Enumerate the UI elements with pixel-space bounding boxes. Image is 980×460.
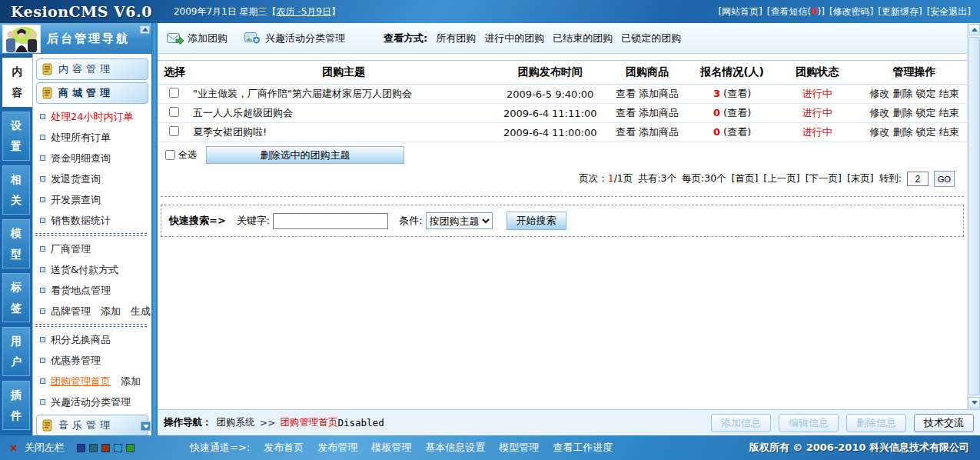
keyword-input[interactable]: [273, 213, 388, 229]
theme-color-swatch[interactable]: [126, 444, 135, 452]
view-ongoing-link[interactable]: 进行中的团购: [484, 32, 544, 45]
add-info-button[interactable]: 添加信息: [711, 414, 771, 432]
search-condition-select[interactable]: 按团购主题: [426, 212, 493, 229]
tab-related[interactable]: 相关: [2, 165, 30, 215]
op-delete-link[interactable]: 删除: [892, 126, 912, 138]
row-checkbox[interactable]: [169, 107, 179, 117]
signup-view-link[interactable]: (查看): [723, 88, 751, 99]
menu-item-points-exchange[interactable]: 积分兑换商品: [35, 329, 150, 350]
brand-generate-link[interactable]: 生成: [131, 305, 151, 318]
groupbuy-title-link[interactable]: "业主做装，厂商作陪"第六届建材家居万人团购会: [193, 88, 412, 99]
first-page-link[interactable]: [首页]: [732, 172, 759, 185]
op-edit-link[interactable]: 修改: [869, 88, 889, 99]
menu-item-interest-category[interactable]: 兴趣活动分类管理: [35, 392, 150, 412]
next-page-link[interactable]: [下一页]: [806, 172, 842, 185]
op-delete-link[interactable]: 删除: [892, 107, 912, 118]
sidebar-scroll-down-button[interactable]: [141, 422, 151, 431]
menu-item-label[interactable]: 看货地点管理: [51, 284, 111, 298]
menu-item-groupbuy-home[interactable]: 团购管理首页添加: [35, 371, 150, 392]
content-manage-button[interactable]: 内容管理: [36, 58, 148, 80]
template-manage-link[interactable]: 模板管理: [371, 441, 411, 455]
row-checkbox[interactable]: [169, 126, 179, 136]
mall-manage-button[interactable]: 商城管理: [36, 82, 148, 104]
signup-view-link[interactable]: (查看): [723, 107, 751, 118]
delete-selected-button[interactable]: 删除选中的团购主题: [206, 146, 404, 164]
model-manage-link[interactable]: 模型管理: [499, 441, 539, 455]
op-lock-link[interactable]: 锁定: [916, 107, 936, 118]
menu-item-coupon-manage[interactable]: 优惠券管理: [35, 350, 150, 371]
vertical-scrollbar[interactable]: [967, 23, 980, 409]
current-page-link[interactable]: 团购管理首页: [280, 416, 337, 429]
interest-category-manage-button[interactable]: 兴趣活动分类管理: [244, 32, 345, 45]
menu-item-label[interactable]: 团购管理首页: [51, 375, 111, 388]
music-manage-button[interactable]: 音乐管理: [36, 415, 148, 435]
lunar-date-link[interactable]: 农历 -5月9日: [277, 6, 331, 17]
goods-view-link[interactable]: 查看: [616, 126, 636, 138]
menu-item-label[interactable]: 品牌管理: [51, 305, 91, 318]
tab-plugins[interactable]: 插件: [2, 381, 30, 430]
theme-color-swatch[interactable]: [89, 444, 98, 452]
groupbuy-title-link[interactable]: 夏季女裙团购啦!: [193, 126, 267, 138]
work-progress-link[interactable]: 查看工作进度: [553, 441, 613, 455]
tab-tags[interactable]: 标签: [2, 273, 30, 322]
op-edit-link[interactable]: 修改: [869, 107, 889, 118]
menu-item-label[interactable]: 开发票查询: [51, 193, 101, 207]
menu-item-label[interactable]: 厂商管理: [51, 242, 91, 256]
menu-item-brand-manage[interactable]: 品牌管理添加生成: [35, 301, 150, 322]
menu-item-vendor-manage[interactable]: 厂商管理: [35, 238, 150, 259]
goods-add-link[interactable]: 添加商品: [639, 126, 679, 138]
goto-page-input[interactable]: [907, 172, 929, 186]
menu-item-delivery-payment[interactable]: 送货&付款方式: [35, 259, 150, 280]
close-sidebar-button[interactable]: × 关闭左栏: [0, 441, 77, 455]
logout-link[interactable]: [安全退出]: [927, 5, 971, 18]
signup-view-link[interactable]: (查看): [723, 126, 751, 138]
menu-item-sales-stats[interactable]: 销售数据统计: [35, 210, 150, 231]
publish-home-link[interactable]: 发布首页: [264, 441, 304, 455]
goods-view-link[interactable]: 查看: [616, 107, 636, 118]
theme-color-swatch[interactable]: [101, 444, 110, 452]
prev-page-link[interactable]: [上一页]: [763, 172, 799, 185]
tech-support-button[interactable]: 技术交流: [914, 414, 974, 432]
tab-content[interactable]: 内容: [2, 58, 32, 107]
menu-item-orders-24h[interactable]: 处理24小时内订单: [35, 106, 150, 127]
menu-item-label[interactable]: 优惠券管理: [51, 354, 101, 368]
view-all-link[interactable]: 所有团购: [436, 32, 476, 45]
menu-item-label[interactable]: 兴趣活动分类管理: [51, 395, 131, 409]
op-delete-link[interactable]: 删除: [892, 88, 912, 99]
basic-info-settings-link[interactable]: 基本信息设置: [425, 441, 485, 455]
scrollbar-thumb[interactable]: [968, 37, 980, 395]
menu-item-label[interactable]: 送货&付款方式: [51, 263, 118, 277]
goods-add-link[interactable]: 添加商品: [639, 107, 679, 118]
op-end-link[interactable]: 结束: [939, 107, 959, 118]
start-search-button[interactable]: 开始搜索: [507, 212, 566, 230]
publish-manage-link[interactable]: 发布管理: [317, 441, 357, 455]
sidebar-scroll-up-button[interactable]: [140, 25, 150, 34]
row-checkbox[interactable]: [169, 88, 179, 98]
refresh-cache-link[interactable]: [更新缓存]: [878, 5, 922, 18]
theme-color-swatch[interactable]: [114, 444, 122, 452]
menu-item-funds-query[interactable]: 资金明细查询: [35, 148, 150, 168]
op-lock-link[interactable]: 锁定: [916, 88, 936, 99]
view-ended-link[interactable]: 已结束的团购: [553, 32, 613, 45]
menu-item-label[interactable]: 处理24小时内订单: [51, 110, 134, 124]
theme-color-swatch[interactable]: [77, 444, 85, 452]
op-end-link[interactable]: 结束: [939, 88, 959, 99]
brand-add-link[interactable]: 添加: [101, 305, 121, 318]
goods-view-link[interactable]: 查看: [616, 88, 636, 99]
menu-item-returns-query[interactable]: 发退货查询: [35, 168, 150, 189]
select-all-checkbox[interactable]: [165, 150, 175, 160]
groupbuy-add-link[interactable]: 添加: [121, 375, 141, 388]
menu-item-all-orders[interactable]: 处理所有订单: [35, 127, 150, 148]
view-messages-link[interactable]: [查看短信(0)]: [767, 5, 825, 18]
goods-add-link[interactable]: 添加商品: [639, 88, 679, 99]
add-groupbuy-button[interactable]: 添加团购: [167, 32, 228, 45]
go-button[interactable]: GO: [934, 171, 955, 187]
menu-item-label[interactable]: 处理所有订单: [51, 131, 111, 145]
tab-settings[interactable]: 设置: [2, 112, 30, 161]
op-edit-link[interactable]: 修改: [869, 126, 889, 138]
tab-model[interactable]: 模型: [2, 219, 30, 268]
change-password-link[interactable]: [修改密码]: [829, 5, 873, 18]
menu-item-invoice-query[interactable]: 开发票查询: [35, 189, 150, 210]
site-home-link[interactable]: [网站首页]: [718, 5, 762, 18]
groupbuy-system-link[interactable]: 团购系统: [217, 416, 255, 429]
